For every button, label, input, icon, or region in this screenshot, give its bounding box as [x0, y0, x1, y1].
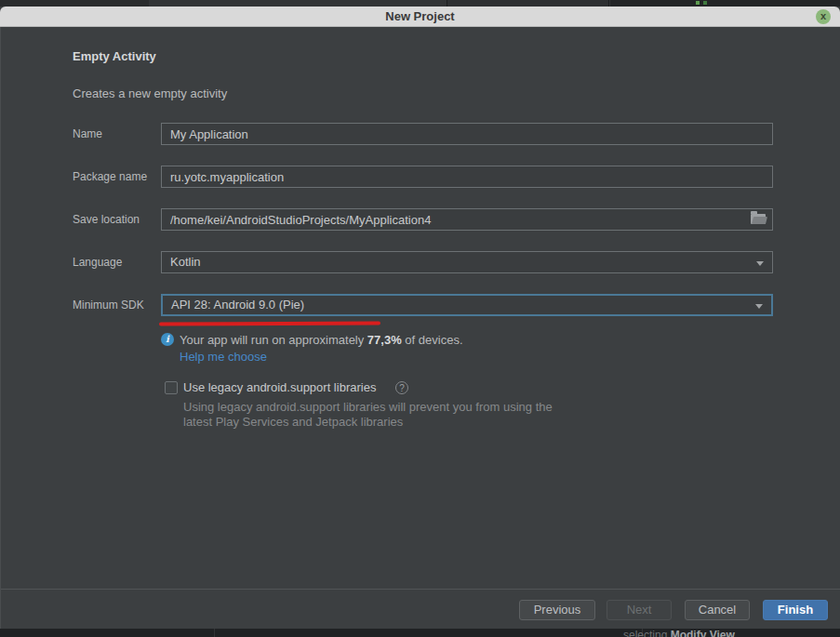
form-row-language: Language Kotlin	[1, 251, 840, 273]
form-row-minimum-sdk: Minimum SDK API 28: Android 9.0 (Pie)	[1, 294, 840, 316]
package-name-label: Package name	[73, 166, 147, 188]
language-label: Language	[73, 251, 122, 273]
background-top-strip	[0, 0, 840, 7]
form-row-save-location: Save location	[1, 208, 840, 231]
chevron-down-icon	[755, 304, 763, 309]
red-underline-annotation	[159, 321, 380, 325]
info-icon: i	[161, 333, 174, 346]
save-location-label: Save location	[73, 208, 140, 231]
close-icon[interactable]: x	[816, 9, 831, 24]
legacy-libraries-description-line2: latest Play Services and Jetpack librari…	[183, 415, 403, 429]
dialog-titlebar[interactable]: New Project x	[0, 7, 840, 27]
sdk-coverage-text-after: of devices.	[402, 333, 463, 347]
name-input[interactable]	[161, 123, 773, 145]
background-panel	[447, 0, 609, 7]
form-row-package: Package name	[1, 166, 840, 188]
language-select-value: Kotlin	[170, 255, 201, 269]
finish-button[interactable]: Finish	[763, 600, 828, 620]
legacy-libraries-checkbox[interactable]	[165, 381, 178, 394]
package-name-input[interactable]	[161, 166, 773, 188]
previous-button[interactable]: Previous	[519, 600, 595, 620]
background-bottom-strip: selecting Modify View	[0, 629, 840, 637]
name-label: Name	[73, 123, 102, 145]
sdk-coverage-text: Your app will run on approximately 77,3%…	[180, 333, 463, 347]
form-row-name: Name	[1, 123, 840, 145]
legacy-libraries-description-line1: Using legacy android.support libraries w…	[183, 400, 553, 414]
background-panel	[610, 0, 840, 7]
help-icon[interactable]: ?	[395, 381, 408, 394]
screen: New Project x Empty Activity Creates a n…	[0, 0, 840, 637]
background-panel	[0, 0, 149, 7]
page-title: Empty Activity	[73, 49, 156, 63]
background-green-marker	[696, 1, 700, 5]
background-caption-bold: Modify View	[671, 629, 735, 637]
chevron-down-icon	[756, 261, 764, 266]
next-button: Next	[607, 600, 672, 620]
language-select[interactable]: Kotlin	[161, 251, 773, 273]
minimum-sdk-label: Minimum SDK	[73, 294, 144, 316]
folder-icon[interactable]	[751, 214, 766, 224]
dialog-title: New Project	[0, 7, 840, 27]
background-green-marker	[703, 1, 707, 5]
cancel-button[interactable]: Cancel	[685, 600, 750, 620]
minimum-sdk-select-value: API 28: Android 9.0 (Pie)	[171, 298, 304, 312]
footer-separator	[1, 589, 840, 590]
help-me-choose-link[interactable]: Help me choose	[180, 350, 267, 364]
page-subtitle: Creates a new empty activity	[73, 86, 227, 100]
minimum-sdk-select[interactable]: API 28: Android 9.0 (Pie)	[161, 294, 773, 316]
background-caption: selecting Modify View	[623, 629, 735, 637]
sdk-coverage-text-before: Your app will run on approximately	[180, 333, 367, 347]
background-caption-normal: selecting	[623, 629, 671, 637]
legacy-libraries-label: Use legacy android.support libraries	[183, 380, 376, 395]
background-divider	[214, 629, 215, 637]
sdk-coverage-percent: 77,3%	[367, 333, 402, 347]
new-project-dialog: Empty Activity Creates a new empty activ…	[0, 27, 840, 629]
save-location-input[interactable]	[161, 208, 773, 231]
